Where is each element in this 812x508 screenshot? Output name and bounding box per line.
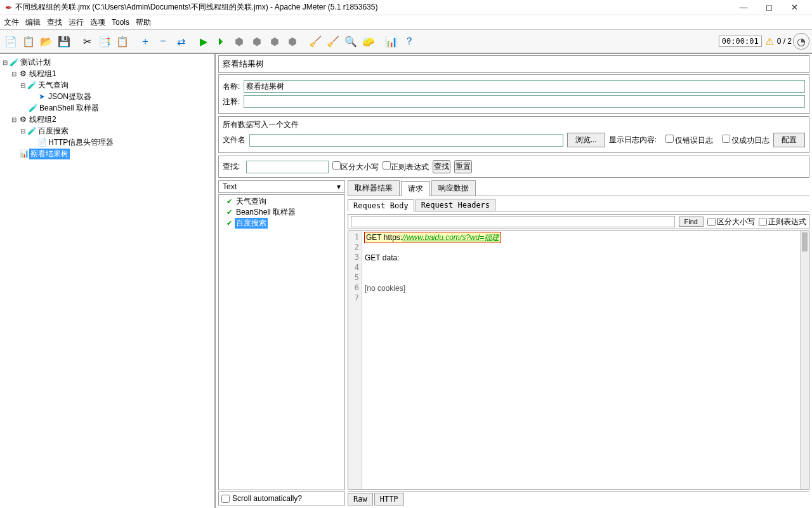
- reset-button[interactable]: 重置: [454, 160, 472, 173]
- menu-run[interactable]: 运行: [69, 17, 84, 28]
- editor-find-input[interactable]: [351, 216, 675, 227]
- copy-icon[interactable]: 📑: [96, 33, 113, 50]
- help-icon[interactable]: ？: [401, 33, 417, 50]
- tree-weather[interactable]: 天气查询: [37, 80, 70, 91]
- tab-request[interactable]: 请求: [401, 181, 430, 196]
- code-area[interactable]: GET https://www.baidu.com/s?wd=福建 GET da…: [362, 231, 809, 489]
- toolbar: 📄 📋 📂 💾 ✂ 📑 📋 ＋ − ⇄ ▶ ⏵ ⬢ ⬢ ⬢ ⬢ 🧹 🧹 🔍 🧽 …: [0, 29, 812, 53]
- element-info: 名称: 注释:: [218, 74, 809, 114]
- file-section-title: 所有数据写入一个文件: [223, 119, 805, 130]
- titlebar: ✒ 不同线程组的关联.jmx (C:\Users\Admin\Documents…: [0, 0, 812, 15]
- tree-beanshell[interactable]: BeanShell 取样器: [38, 103, 100, 114]
- save-icon[interactable]: 💾: [56, 33, 72, 50]
- new-icon[interactable]: 📄: [3, 33, 19, 50]
- menu-help[interactable]: 帮助: [136, 17, 151, 28]
- minimize-button[interactable]: —: [731, 3, 756, 12]
- search-regex-checkbox[interactable]: 正则表达式: [383, 161, 429, 173]
- menu-edit[interactable]: 编辑: [25, 17, 41, 28]
- menu-options[interactable]: 选项: [90, 17, 105, 28]
- show-log-label: 显示日志内容:: [609, 135, 657, 145]
- editor-scrollbar[interactable]: [800, 231, 809, 489]
- notes-input[interactable]: [244, 95, 805, 108]
- shutdown-icon[interactable]: ⬢: [249, 33, 265, 50]
- window-title: 不同线程组的关联.jmx (C:\Users\Admin\Documents\不…: [15, 2, 731, 13]
- maximize-button[interactable]: ◻: [756, 3, 782, 12]
- results-list[interactable]: ✔天气查询 ✔BeanShell 取样器 ✔百度搜索: [218, 194, 345, 490]
- start-no-timers-icon[interactable]: ⏵: [213, 33, 230, 50]
- search-button[interactable]: 查找: [433, 160, 450, 173]
- function-icon[interactable]: 📊: [383, 33, 400, 50]
- request-subtabs: Request Body Request Headers: [348, 199, 809, 211]
- result-baidu[interactable]: 百度搜索: [235, 218, 268, 229]
- tree-tg1[interactable]: 线程组1: [28, 69, 58, 79]
- main: ⊟🧪测试计划 ⊟⚙线程组1 ⊟🧪天气查询 ➤JSON提取器 🧪BeanShell…: [0, 53, 812, 508]
- renderer-dropdown[interactable]: Text▾: [218, 180, 345, 193]
- editor-find-button[interactable]: Find: [679, 217, 704, 227]
- tree-view-results[interactable]: 察看结果树: [29, 149, 70, 159]
- name-input[interactable]: [244, 80, 805, 93]
- open-icon[interactable]: 📂: [38, 33, 55, 50]
- detail-column: 取样器结果 请求 响应数据 Request Body Request Heade…: [348, 180, 809, 505]
- tab-raw[interactable]: Raw: [348, 493, 373, 505]
- result-weather[interactable]: 天气查询: [235, 196, 268, 207]
- only-error-checkbox[interactable]: 仅错误日志: [660, 135, 713, 146]
- results-column: Text▾ ✔天气查询 ✔BeanShell 取样器 ✔百度搜索 Scroll …: [218, 180, 345, 505]
- test-plan-tree[interactable]: ⊟🧪测试计划 ⊟⚙线程组1 ⊟🧪天气查询 ➤JSON提取器 🧪BeanShell…: [0, 54, 216, 508]
- stop-remote-icon[interactable]: ⬢: [266, 33, 283, 50]
- tab-request-headers[interactable]: Request Headers: [416, 199, 495, 211]
- menubar: 文件 编辑 查找 运行 选项 Tools 帮助: [0, 15, 812, 29]
- menu-tools[interactable]: Tools: [112, 18, 129, 27]
- gauge-icon[interactable]: ◔: [793, 33, 809, 50]
- result-beanshell[interactable]: BeanShell 取样器: [235, 207, 297, 218]
- search-case-checkbox[interactable]: 区分大小写: [332, 161, 379, 173]
- browse-button[interactable]: 浏览...: [567, 133, 605, 147]
- paste-icon[interactable]: 📋: [114, 33, 131, 50]
- templates-icon[interactable]: 📋: [20, 33, 37, 50]
- right-pane: 察看结果树 名称: 注释: 所有数据写入一个文件 文件名 浏览... 显示日志内…: [216, 54, 812, 508]
- search-label: 查找:: [223, 161, 242, 172]
- bottom-tabs: Raw HTTP: [348, 491, 809, 505]
- tab-http[interactable]: HTTP: [374, 493, 404, 505]
- tree-http-header[interactable]: HTTP信息头管理器: [47, 137, 115, 148]
- editor-find-regex[interactable]: 正则表达式: [759, 217, 806, 227]
- search-row: 查找: 区分大小写 正则表达式 查找 重置: [218, 156, 809, 178]
- tab-sampler-result[interactable]: 取样器结果: [348, 180, 400, 196]
- filename-input[interactable]: [249, 134, 563, 147]
- tree-json[interactable]: JSON提取器: [47, 91, 93, 102]
- configure-button[interactable]: 配置: [773, 133, 805, 147]
- tab-response[interactable]: 响应数据: [431, 180, 476, 196]
- request-editor[interactable]: 1234567 GET https://www.baidu.com/s?wd=福…: [348, 231, 809, 490]
- only-success-checkbox[interactable]: 仅成功日志: [717, 135, 769, 146]
- search-icon[interactable]: 🔍: [343, 33, 359, 50]
- menu-search[interactable]: 查找: [47, 17, 62, 28]
- warning-icon[interactable]: ⚠: [765, 36, 774, 48]
- scroll-auto-checkbox[interactable]: Scroll automatically?: [218, 491, 345, 505]
- clear-all-icon[interactable]: 🧹: [325, 33, 341, 50]
- expand-icon[interactable]: ＋: [137, 33, 154, 50]
- tab-request-body[interactable]: Request Body: [348, 199, 414, 211]
- tree-baidu[interactable]: 百度搜索: [37, 126, 70, 137]
- toggle-icon[interactable]: ⇄: [173, 33, 189, 50]
- collapse-icon[interactable]: −: [155, 33, 171, 50]
- tree-tg2[interactable]: 线程组2: [28, 114, 58, 125]
- line-gutter: 1234567: [348, 231, 362, 489]
- cut-icon[interactable]: ✂: [79, 33, 95, 50]
- timer: 00:00:01: [719, 36, 762, 47]
- chevron-down-icon: ▾: [337, 182, 341, 191]
- search-input[interactable]: [246, 161, 329, 173]
- tree-root[interactable]: 测试计划: [19, 57, 52, 68]
- menu-file[interactable]: 文件: [4, 17, 19, 28]
- clear-icon[interactable]: 🧹: [307, 33, 324, 50]
- thread-count: 0 / 2: [777, 37, 792, 46]
- shutdown-remote-icon[interactable]: ⬢: [284, 33, 301, 50]
- stop-icon[interactable]: ⬢: [231, 33, 247, 50]
- content-split: Text▾ ✔天气查询 ✔BeanShell 取样器 ✔百度搜索 Scroll …: [218, 180, 809, 505]
- start-icon[interactable]: ▶: [195, 33, 212, 50]
- file-section: 所有数据写入一个文件 文件名 浏览... 显示日志内容: 仅错误日志 仅成功日志…: [218, 116, 809, 153]
- detail-tabs: 取样器结果 请求 响应数据: [348, 180, 809, 196]
- editor-find-row: Find 区分大小写 正则表达式: [348, 214, 809, 229]
- reset-search-icon[interactable]: 🧽: [360, 33, 377, 50]
- editor-find-case[interactable]: 区分大小写: [707, 217, 755, 227]
- close-button[interactable]: ✕: [782, 3, 807, 12]
- app-icon: ✒: [5, 3, 13, 13]
